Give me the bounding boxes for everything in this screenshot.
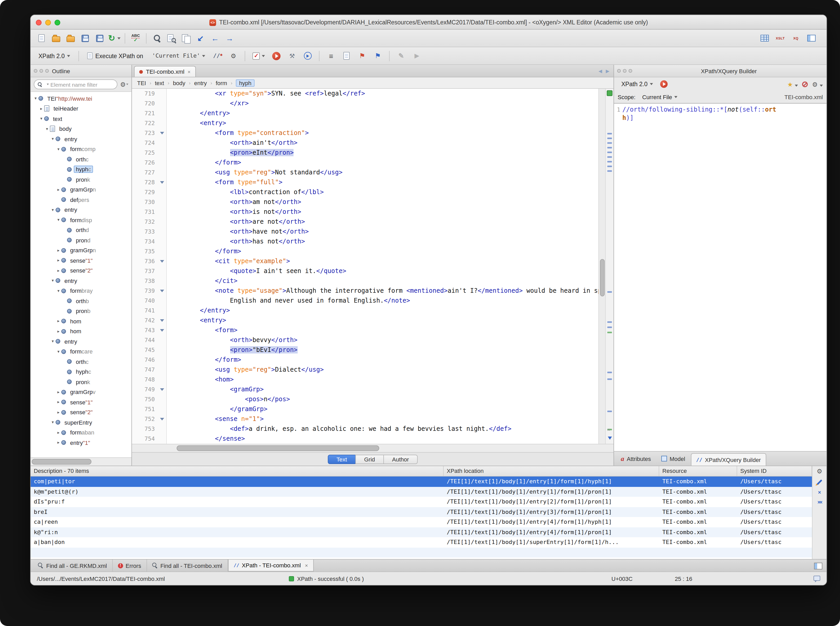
outline-tree-item[interactable]: orth b (31, 296, 132, 306)
validate-button[interactable]: ✓ (250, 50, 268, 62)
scrollbar-thumb[interactable] (177, 445, 379, 451)
code-lines[interactable]: 719 <xr type="syn">SYN. see <ref>legal</… (132, 89, 598, 444)
expander-closed-icon[interactable]: ▸ (56, 329, 61, 334)
outline-tree-item[interactable]: pron k (31, 377, 132, 387)
expander-closed-icon[interactable]: ▸ (56, 430, 61, 435)
outline-tree-item[interactable]: pron d (31, 235, 132, 245)
find-replace-in-files-button[interactable] (165, 32, 178, 44)
annotation-mark[interactable] (607, 152, 612, 153)
results-column-header[interactable]: System ID (737, 466, 812, 476)
code-line[interactable]: 738 </cit> (132, 276, 598, 286)
outline-tree-item[interactable]: ▾entry (31, 275, 132, 286)
code-line[interactable]: 747 <usg type="reg">Dialect</usg> (132, 365, 598, 375)
outline-tree-item[interactable]: ▸entry "1" (31, 438, 132, 448)
expander-closed-icon[interactable]: ▸ (56, 268, 61, 273)
scope-combo[interactable]: Current File (639, 92, 681, 102)
remove-highlights-icon[interactable]: × (607, 428, 610, 432)
outline-tree-item[interactable]: ▾form comp (31, 144, 132, 154)
code-line[interactable]: 749 <gramGrp> (132, 385, 598, 394)
code-line[interactable]: 734 <orth>has not</orth> (132, 237, 598, 247)
editor-horizontal-scrollbar[interactable] (132, 444, 614, 452)
go-to-last-edit-button[interactable]: ↙ (194, 32, 207, 44)
editor-vertical-scrollbar[interactable] (598, 89, 605, 444)
configure-transformation-button[interactable]: ⚒ (286, 50, 299, 62)
outline-tree-item[interactable]: pron b (31, 306, 132, 316)
xpath-expression-line[interactable]: h)] (614, 114, 826, 122)
xpath-settings-button[interactable]: ⚙ (227, 50, 240, 62)
annotation-mark[interactable] (607, 161, 612, 163)
format-indent-button[interactable]: ≡ (324, 50, 338, 62)
code-line[interactable]: 723 <form type="contraction"> (132, 128, 598, 138)
code-line[interactable]: 745 <pron>"bEvI</pron> (132, 345, 598, 355)
annotation-mark[interactable] (607, 156, 612, 158)
outline-tree-item[interactable]: def pers (31, 195, 132, 205)
results-column-header[interactable]: Resource (659, 466, 737, 476)
result-row[interactable]: breI/TEI[1]/text[1]/body[1]/entry[3]/for… (31, 507, 812, 517)
panel-dot-icon[interactable] (39, 69, 43, 73)
breadcrumb-item[interactable]: form (215, 80, 227, 86)
outline-tree-item[interactable]: ▾entry (31, 205, 132, 215)
expander-closed-icon[interactable]: ▸ (56, 188, 61, 192)
back-button[interactable]: ← (208, 32, 222, 44)
expander-closed-icon[interactable]: ▸ (56, 400, 61, 405)
code-line[interactable]: 754 </sense> (132, 434, 598, 444)
annotation-mark[interactable] (607, 166, 612, 167)
expander-closed-icon[interactable]: ▸ (38, 106, 44, 111)
code-line[interactable]: 739 <note type="usage">Although the inte… (132, 286, 598, 296)
expander-closed-icon[interactable]: ▸ (56, 319, 61, 324)
outline-tree-item[interactable]: pron k (31, 174, 132, 185)
editor-tab[interactable]: TEI-combo.xml × (134, 66, 196, 77)
previous-tab-icon[interactable]: ◀ (598, 69, 602, 74)
annotation-mark[interactable] (607, 327, 612, 328)
builder-settings-button[interactable]: ⚙ (812, 80, 823, 89)
code-line[interactable]: 730 <orth>am not</orth> (132, 197, 598, 207)
code-line[interactable]: 720 </xr> (132, 99, 598, 108)
spellcheck-button[interactable]: ABC ✓ (129, 32, 142, 44)
outline-tree-item[interactable]: ▾entry (31, 134, 132, 144)
open-associated-document-button[interactable] (340, 50, 353, 62)
panel-tab-attributes[interactable]: Attributes (616, 452, 656, 466)
results-panel-icon[interactable] (814, 562, 822, 569)
close-tab-icon[interactable]: × (305, 562, 308, 568)
outline-tree-item[interactable]: ▾body (31, 124, 132, 134)
xpath-builder-toggle-button[interactable]: //✱ (211, 50, 225, 62)
expander-closed-icon[interactable]: ▸ (56, 440, 61, 445)
remove-all-highlights-icon[interactable]: ×× (817, 500, 821, 505)
expander-open-icon[interactable]: ▾ (50, 420, 56, 425)
code-line[interactable]: 731 <orth>is not</orth> (132, 207, 598, 217)
annotation-mark[interactable] (607, 147, 612, 149)
bottom-tab[interactable]: Find all - TEI-combo.xml (147, 560, 228, 571)
xpath-version-combo[interactable]: XPath 2.0 (35, 50, 74, 61)
fold-toggle-icon[interactable] (158, 177, 167, 188)
new-file-button[interactable] (35, 32, 48, 44)
code-line[interactable]: 737 <quote>I ain't seen it.</quote> (132, 266, 598, 276)
titlebar[interactable]: <> TEI-combo.xml [/Users/ttasovac/Develo… (31, 15, 826, 30)
fold-toggle-icon[interactable] (158, 414, 167, 424)
expander-open-icon[interactable]: ▾ (56, 289, 61, 293)
outline-tree-item[interactable]: ▾form care (31, 346, 132, 357)
code-line[interactable]: 719 <xr type="syn">SYN. see <ref>legal</… (132, 89, 598, 99)
code-line[interactable]: 744 <orth>bevvy</orth> (132, 335, 598, 345)
next-highlight-icon[interactable] (608, 437, 612, 440)
annotation-mark[interactable] (607, 321, 612, 323)
expander-closed-icon[interactable]: ▸ (56, 258, 61, 263)
panel-tab-builder[interactable]: XPath/XQuery Builder (691, 453, 766, 466)
compare-files-button[interactable] (179, 32, 193, 44)
code-line[interactable]: 750 <pos>n</pos> (132, 394, 598, 404)
code-line[interactable]: 725 <pron>eInt</pron> (132, 148, 598, 158)
save-button[interactable] (79, 32, 92, 44)
search-button[interactable] (150, 32, 163, 44)
code-line[interactable]: 751 </gramGrp> (132, 404, 598, 414)
expander-open-icon[interactable]: ▾ (38, 117, 44, 121)
code-line[interactable]: 735 </form> (132, 247, 598, 257)
expander-open-icon[interactable]: ▾ (33, 96, 38, 101)
fold-toggle-icon[interactable] (158, 128, 167, 138)
xquery-debugger-button[interactable]: XQ (789, 32, 802, 44)
outline-tree-item[interactable]: ▾TEI "http://www.tei (31, 94, 132, 103)
expander-closed-icon[interactable]: ▸ (56, 248, 61, 253)
code-line[interactable]: 722 <entry> (132, 118, 598, 128)
annotation-mark[interactable] (607, 142, 612, 144)
bottom-tab[interactable]: XPath - TEI-combo.xml× (228, 560, 314, 571)
grid-perspective-button[interactable] (758, 32, 771, 44)
panel-dot-icon[interactable] (34, 69, 38, 73)
